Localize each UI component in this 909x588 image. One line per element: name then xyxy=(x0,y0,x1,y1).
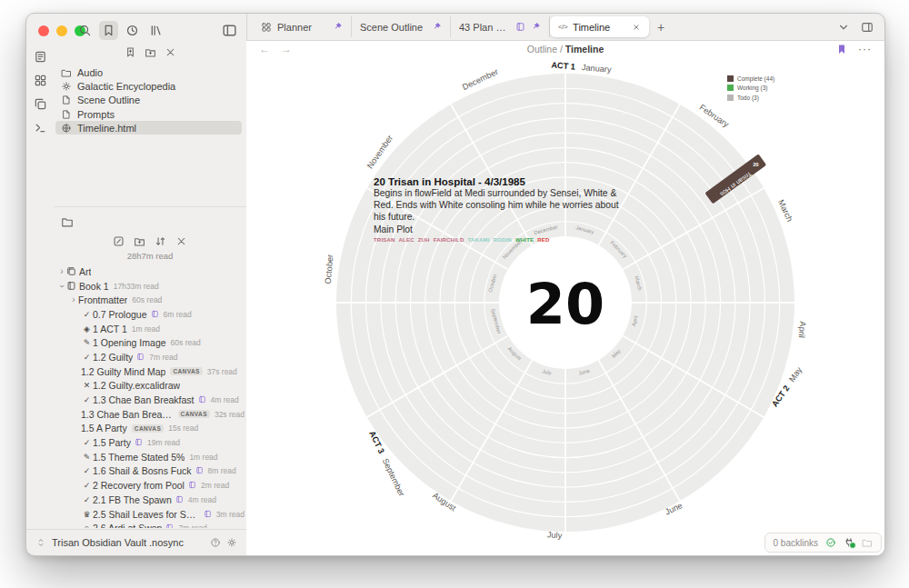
total-read-time: 28h7m read xyxy=(54,251,246,261)
chevron-right-icon[interactable]: › xyxy=(69,295,78,304)
read-time: 19m read xyxy=(147,438,180,447)
close-tab-icon[interactable] xyxy=(632,23,641,32)
bookmarked-icon[interactable] xyxy=(836,44,847,55)
pin-icon[interactable] xyxy=(333,22,343,32)
new-folder-icon[interactable] xyxy=(134,235,145,247)
vault-folder-icon[interactable] xyxy=(862,537,873,548)
note-icon[interactable] xyxy=(34,50,47,64)
recent-files-icon[interactable] xyxy=(123,21,142,40)
terminal-icon[interactable] xyxy=(34,121,47,135)
tree-item-0-7-prologue[interactable]: ✓0.7 Prologue6m read xyxy=(54,307,245,322)
read-time: 7m read xyxy=(178,523,206,528)
tab-timeline[interactable]: </>Timeline xyxy=(550,16,649,37)
plugin-status-icon[interactable] xyxy=(844,537,854,548)
vault-updown-icon xyxy=(35,537,46,548)
help-icon[interactable] xyxy=(210,537,221,548)
book-icon xyxy=(188,481,196,490)
chart-legend: Complete (44)Working (3)Todo (3) xyxy=(727,74,774,103)
file-tree: ›Art›Book 117h33m read›Frontmatter60s re… xyxy=(54,264,245,528)
tree-item-1-act-1[interactable]: ◈1 ACT 11m read xyxy=(54,322,245,336)
minimize-window-button[interactable] xyxy=(56,25,67,36)
tree-item-1-5-theme-stated-5[interactable]: ✎1.5 Theme Stated 5%1m read xyxy=(54,450,245,464)
settings-icon[interactable] xyxy=(226,537,237,548)
tree-item-1-2-guilty[interactable]: ✓1.2 Guilty7m read xyxy=(54,350,245,364)
collapse-sidebar-icon[interactable] xyxy=(222,23,237,38)
breadcrumb-current[interactable]: Timeline xyxy=(565,44,604,55)
bookmark-item-scene-outline[interactable]: Scene Outline xyxy=(55,94,242,107)
collapse-all-icon[interactable] xyxy=(165,46,176,58)
bookmark-item-timeline-html[interactable]: Timeline.html xyxy=(55,121,242,135)
pin-icon[interactable] xyxy=(531,22,541,32)
tab-label: Timeline xyxy=(573,22,626,33)
sync-ok-icon[interactable] xyxy=(825,537,836,548)
tree-item-1-3-chae-ban-breakfast-mindmap[interactable]: 1.3 Chae Ban Breakfast MindmapCANVAS32s … xyxy=(54,407,245,422)
breadcrumb-parent[interactable]: Outline xyxy=(527,44,557,55)
bookmark-item-prompts[interactable]: Prompts xyxy=(55,107,242,121)
tab-label: Planner xyxy=(277,22,327,33)
tag-white: WHITE xyxy=(515,237,534,243)
canvas-badge: CANVAS xyxy=(178,410,210,418)
tree-item-label: 1.5 Party xyxy=(93,437,131,448)
tag-zuh: ZUH xyxy=(418,237,430,243)
chevron-down-icon[interactable] xyxy=(837,21,850,34)
bookmark-item-audio[interactable]: Audio xyxy=(55,65,242,79)
backlinks-count[interactable]: 0 backlinks xyxy=(774,538,818,548)
tab-scene-outline[interactable]: Scene Outline xyxy=(352,16,451,37)
library-icon[interactable] xyxy=(146,21,165,40)
chevron-down-icon[interactable]: › xyxy=(57,282,66,291)
legend-item-complete-44: Complete (44) xyxy=(727,74,774,84)
tag-red: RED xyxy=(537,237,549,243)
book-icon xyxy=(175,495,184,504)
tab-43-plan-at-the-picnic[interactable]: 43 Plan at the Picnic ... xyxy=(451,16,550,37)
tree-item-1-5-a-party[interactable]: 1.5 A PartyCANVAS15s read xyxy=(54,422,245,436)
tree-item-2-recovery-from-pool[interactable]: ✓2 Recovery from Pool2m read xyxy=(54,478,245,493)
radial-timeline-chart[interactable]: ACT 1JanuaryFebruaryMarchAprilACT 2MayJu… xyxy=(246,57,884,543)
more-options-icon[interactable]: ··· xyxy=(858,43,872,55)
month-label: January xyxy=(581,63,612,75)
cross-icon: ✕ xyxy=(81,381,93,390)
collapse-tree-icon[interactable] xyxy=(175,235,187,247)
pin-icon[interactable] xyxy=(432,22,442,32)
tree-item-1-3-chae-ban-breakfast[interactable]: ✓1.3 Chae Ban Breakfast4m read xyxy=(54,393,245,407)
card-stack-icon[interactable] xyxy=(34,97,47,111)
book-icon xyxy=(195,466,204,475)
tree-item-art[interactable]: ›Art xyxy=(54,264,245,279)
tree-item-1-6-shail-bosns-fuck[interactable]: ✓1.6 Shail & Bosns Fuck8m read xyxy=(54,464,245,479)
tree-item-1-5-party[interactable]: ✓1.5 Party19m read xyxy=(54,435,245,450)
pane-separator xyxy=(54,206,246,207)
month-label: May xyxy=(787,365,804,384)
search-icon[interactable] xyxy=(75,21,95,40)
bookmarks-toolbar xyxy=(54,46,246,63)
tree-item-2-5-shail-leaves-for-swen[interactable]: ♛2.5 Shail Leaves for Swen3m read xyxy=(54,507,245,522)
vault-switcher[interactable]: Trisan Obsidian Vault .nosync xyxy=(26,529,246,555)
tab-planner[interactable]: Planner xyxy=(253,16,352,37)
close-window-button[interactable] xyxy=(38,25,49,36)
globe-icon xyxy=(61,123,72,134)
tree-item-1-2-guilty-excalidraw[interactable]: ✕1.2 Guilty.excalidraw xyxy=(54,379,245,394)
file-icon xyxy=(61,109,72,120)
tag-trisan: TRISAN xyxy=(374,237,395,243)
folder-icon[interactable] xyxy=(61,215,74,228)
book-icon xyxy=(66,281,76,291)
tree-item-1-2-guilty-mind-map[interactable]: 1.2 Guilty Mind MapCANVAS37s read xyxy=(54,364,245,379)
tree-item-frontmatter[interactable]: ›Frontmatter60s read xyxy=(54,293,245,307)
file-tree-toolbar xyxy=(54,235,246,247)
sort-order-icon[interactable] xyxy=(155,235,166,247)
legend-item-working-3: Working (3) xyxy=(727,84,774,94)
event-title: 20 Trisan in Hospital - 4/3/1985 xyxy=(374,176,624,187)
tree-item-1-opening-image[interactable]: ✎1 Opening Image60s read xyxy=(54,335,245,350)
tree-item-2-1-fb-the-spawn[interactable]: ✓2.1 FB The Spawn4m read xyxy=(54,493,245,507)
tree-item-book-1[interactable]: ›Book 117h33m read xyxy=(54,279,245,294)
bookmarks-icon[interactable] xyxy=(99,21,118,40)
bases-grid-icon[interactable] xyxy=(34,74,47,87)
toggle-right-sidebar-icon[interactable] xyxy=(861,21,874,34)
tree-item-2-6-ardi-at-swen[interactable]: ○2.6 Ardi at Swen7m read xyxy=(54,521,245,528)
new-bookmark-group-icon[interactable] xyxy=(145,46,156,58)
new-note-icon[interactable] xyxy=(113,235,125,247)
new-tab-button[interactable]: + xyxy=(649,14,673,40)
back-icon[interactable]: ← xyxy=(259,44,270,55)
chevron-right-icon[interactable]: › xyxy=(57,267,66,276)
add-bookmark-icon[interactable] xyxy=(125,46,136,58)
bookmark-item-galactic-encyclopedia[interactable]: Galactic Encyclopedia xyxy=(55,79,242,93)
forward-icon[interactable]: → xyxy=(281,44,292,55)
